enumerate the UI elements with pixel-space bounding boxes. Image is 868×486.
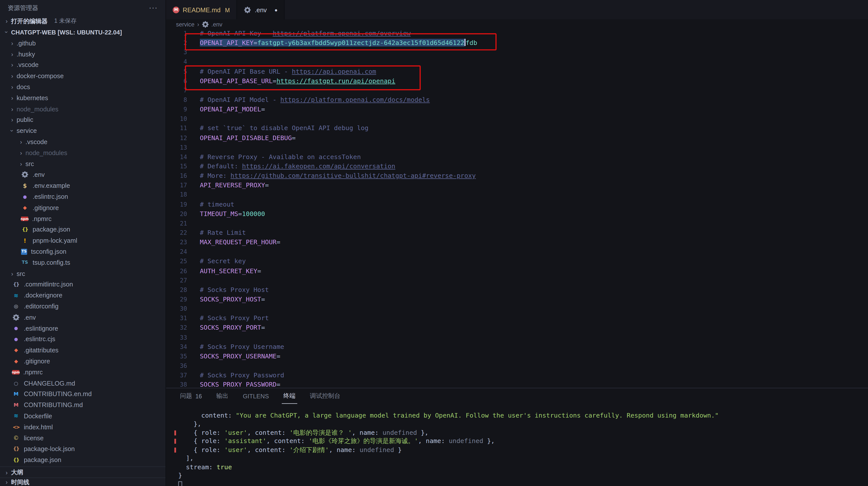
tree-folder-src[interactable]: ›src (0, 158, 165, 169)
code-line-23[interactable]: 23MAX_REQUEST_PER_HOUR= (166, 238, 868, 247)
unsaved-dot-icon[interactable]: ● (275, 7, 278, 12)
line-number: 8 (166, 95, 187, 105)
tree-file-.eslintrc.json[interactable]: ●.eslintrc.json (0, 191, 165, 202)
tree-file-.commitlintrc.json[interactable]: {}.commitlintrc.json (0, 279, 165, 290)
code-line-21[interactable]: 21 (166, 219, 868, 228)
code-line-32[interactable]: 32SOCKS_PROXY_PORT= (166, 323, 868, 333)
tree-folder-kubernetes[interactable]: ›kubernetes (0, 92, 165, 104)
tree-file-CONTRIBUTING.en.md[interactable]: MCONTRIBUTING.en.md (0, 389, 165, 400)
code-line-31[interactable]: 31# Socks Proxy Port (166, 314, 868, 323)
code-line-29[interactable]: 29SOCKS_PROXY_HOST= (166, 295, 868, 304)
tree-file-.gitignore[interactable]: ◆.gitignore (0, 202, 165, 213)
tree-file-.npmrc[interactable]: npm.npmrc (0, 367, 165, 378)
sidebar-header: 资源管理器 ··· (0, 0, 165, 16)
code-line-27[interactable]: 27 (166, 276, 868, 285)
line-number: 13 (166, 143, 187, 152)
code-line-38[interactable]: 38SOCKS_PROXY_PASSWORD= (166, 380, 868, 388)
code-line-8[interactable]: 8# OpenAI API Model - https://platform.o… (166, 95, 868, 105)
tree-file-.env[interactable]: .env (0, 169, 165, 180)
code-line-19[interactable]: 19# timeout (166, 200, 868, 209)
code-editor[interactable]: 1# OpenAI API Key - https://platform.ope… (166, 29, 868, 388)
code-line-35[interactable]: 35SOCKS_PROXY_USERNAME= (166, 352, 868, 361)
tree-folder-docker-compose[interactable]: ›docker-compose (0, 71, 165, 82)
code-line-16[interactable]: 16# More: https://github.com/transitive-… (166, 171, 868, 181)
tree-file-CHANGELOG.md[interactable]: ○CHANGELOG.md (0, 378, 165, 389)
tree-folder-.github[interactable]: ›.github (0, 38, 165, 49)
tree-file-.npmrc[interactable]: npm.npmrc (0, 213, 165, 224)
tree-folder-docs[interactable]: ›docs (0, 81, 165, 92)
tree-file-tsconfig.json[interactable]: TStsconfig.json (0, 246, 165, 257)
code-line-18[interactable]: 18 (166, 190, 868, 200)
tree-file-.gitignore[interactable]: ◆.gitignore (0, 355, 165, 367)
panel-tab-output[interactable]: 输出 (215, 388, 230, 404)
tree-file-tsup.config.ts[interactable]: TStsup.config.ts (0, 257, 165, 268)
tree-folder-src[interactable]: ›src (0, 268, 165, 279)
root-folder-section[interactable]: › CHATGPT-WEB [WSL: UBUNTU-22.04] (0, 26, 165, 37)
tree-folder-.vscode[interactable]: ›.vscode (0, 136, 165, 147)
code-line-15[interactable]: 15# Default: https://ai.fakeopen.com/api… (166, 162, 868, 171)
code-line-34[interactable]: 34# Socks Proxy Username (166, 342, 868, 352)
code-line-13[interactable]: 13 (166, 143, 868, 152)
tab-readme[interactable]: M README.md M (166, 0, 237, 20)
red-annotation-box-2 (185, 65, 421, 90)
terminal[interactable]: content: "You are ChatGPT, a large langu… (166, 404, 868, 486)
more-actions-icon[interactable]: ··· (149, 5, 158, 10)
panel-tab-debug-console[interactable]: 调试控制台 (308, 388, 342, 404)
code-line-9[interactable]: 9OPENAI_API_MODEL= (166, 105, 868, 114)
code-line-12[interactable]: 12OPENAI_API_DISABLE_DEBUG= (166, 133, 868, 143)
code-line-20[interactable]: 20TIMEOUT_MS=100000 (166, 209, 868, 219)
tree-folder-node_modules[interactable]: ›node_modules (0, 147, 165, 158)
git-icon: ◆ (21, 204, 29, 211)
tree-file-.env.example[interactable]: $.env.example (0, 180, 165, 191)
tree-file-.eslintrc.cjs[interactable]: ●.eslintrc.cjs (0, 334, 165, 345)
json-icon: {} (12, 445, 20, 453)
code-line-22[interactable]: 22# Rate Limit (166, 228, 868, 238)
code-line-24[interactable]: 24 (166, 247, 868, 257)
line-number: 12 (166, 133, 187, 143)
tree-file-pnpm-lock.yaml[interactable]: !pnpm-lock.yaml (0, 235, 165, 246)
tree-folder-.vscode[interactable]: ›.vscode (0, 60, 165, 71)
code-line-17[interactable]: 17API_REVERSE_PROXY= (166, 181, 868, 190)
open-editors-section[interactable]: › 打开的编辑器 1 未保存 (0, 16, 165, 26)
code-line-33[interactable]: 33 (166, 333, 868, 342)
file-tree: ›.github›.husky›.vscode›docker-compose›d… (0, 38, 165, 465)
tree-file-package.json[interactable]: {}package.json (0, 224, 165, 235)
panel-tab-problems[interactable]: 问题16 (178, 388, 204, 404)
panel-tab-terminal[interactable]: 终端 (281, 388, 297, 404)
tree-file-index.html[interactable]: <>index.html (0, 422, 165, 433)
panel-tab-gitlens[interactable]: GITLENS (241, 388, 271, 404)
code-line-36[interactable]: 36 (166, 361, 868, 371)
tree-file-package-lock.json[interactable]: {}package-lock.json (0, 444, 165, 455)
vscode-window: 资源管理器 ··· › 打开的编辑器 1 未保存 › CHATGPT-WEB [… (0, 0, 868, 486)
code-line-26[interactable]: 26AUTH_SECRET_KEY= (166, 266, 868, 276)
tree-file-license[interactable]: ©license (0, 433, 165, 444)
changelog-icon: ○ (12, 379, 20, 387)
tree-file-package.json[interactable]: {}package.json (0, 454, 165, 465)
tree-folder-.husky[interactable]: ›.husky (0, 49, 165, 60)
problems-count-badge: 16 (195, 393, 202, 399)
breadcrumb-folder[interactable]: service (176, 21, 194, 27)
breadcrumb-file[interactable]: .env (211, 21, 222, 27)
tree-file-.eslintignore[interactable]: ●.eslintignore (0, 323, 165, 334)
tree-file-.env[interactable]: .env (0, 312, 165, 323)
code-line-30[interactable]: 30 (166, 304, 868, 314)
code-line-37[interactable]: 37# Socks Proxy Password (166, 371, 868, 380)
tree-file-CONTRIBUTING.md[interactable]: MCONTRIBUTING.md (0, 400, 165, 410)
tree-file-.dockerignore[interactable]: ≋.dockerignore (0, 290, 165, 301)
timeline-section[interactable]: › 时间线 (0, 478, 165, 486)
code-line-25[interactable]: 25# Secret key (166, 257, 868, 266)
code-line-10[interactable]: 10 (166, 114, 868, 124)
tsconfig-icon: TS (21, 249, 27, 255)
line-number: 37 (166, 371, 187, 380)
tab-env[interactable]: .env ● (237, 0, 285, 20)
tree-file-.gitattributes[interactable]: ◆.gitattributes (0, 345, 165, 355)
code-line-11[interactable]: 11# set `true` to disable OpenAI API deb… (166, 124, 868, 133)
code-line-14[interactable]: 14# Reverse Proxy - Available on accessT… (166, 152, 868, 162)
tree-file-Dockerfile[interactable]: ≋Dockerfile (0, 410, 165, 422)
tree-folder-node_modules[interactable]: ›node_modules (0, 104, 165, 114)
tree-folder-service[interactable]: ›service (0, 125, 165, 136)
code-line-28[interactable]: 28# Socks Proxy Host (166, 285, 868, 295)
tree-folder-public[interactable]: ›public (0, 114, 165, 125)
outline-section[interactable]: › 大纲 (0, 466, 165, 478)
tree-file-.editorconfig[interactable]: ◎.editorconfig (0, 301, 165, 312)
